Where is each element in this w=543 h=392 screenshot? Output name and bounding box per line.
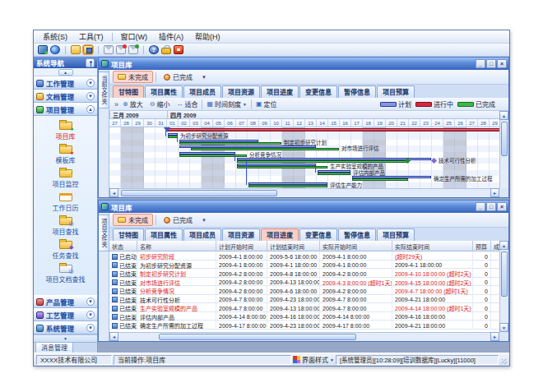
maximize-icon[interactable]: □ — [486, 59, 496, 68]
menu-item-4[interactable]: 帮助(H) — [189, 30, 226, 43]
mail-send-icon[interactable] — [128, 45, 138, 54]
help-icon[interactable] — [149, 45, 159, 54]
gantt-tab-4[interactable]: 项目进度 — [261, 85, 299, 98]
tools-overflow-icon[interactable]: » — [114, 100, 118, 108]
table-tab-1[interactable]: 项目属性 — [145, 228, 183, 241]
message-manage-tab[interactable]: 消息管理 — [34, 342, 97, 353]
resize-grip[interactable] — [500, 356, 507, 364]
actual-bar[interactable] — [191, 148, 339, 150]
sidebar-group-3[interactable]: 产品管理▼ — [34, 295, 97, 308]
sidebar-item-1[interactable]: 模板库 — [34, 143, 97, 164]
gantt-vscrollbar[interactable]: ▲▼ — [499, 111, 508, 197]
hscroll-thumb[interactable] — [159, 334, 356, 340]
sidebar-item-5[interactable]: 任务查找 — [34, 238, 97, 260]
project-folder-tab[interactable]: 项目文件夹 — [99, 214, 109, 251]
sidebar-item-0[interactable]: 项目库 — [34, 119, 97, 141]
table-tab-2[interactable]: 项目成员 — [183, 228, 221, 241]
table-row[interactable]: 已结束为初步研究分配资源2009-4-1 8:00:002009-4-1 18:… — [109, 261, 499, 270]
gantt-hscrollbar[interactable]: ◄► — [109, 188, 499, 197]
menu-item-1[interactable]: 工具(T) — [73, 30, 109, 43]
table-filter-1[interactable]: 已完成 — [159, 214, 197, 226]
sidebar-group-0[interactable]: 工作管理▼ — [34, 76, 97, 90]
table-row[interactable]: 已结束技术可行性分析2009-4-7 8:00:002009-4-23 18:0… — [109, 295, 499, 304]
gantt-filter-0[interactable]: 未完成 — [113, 71, 153, 83]
actual-bar[interactable] — [237, 166, 327, 168]
folder-save-icon[interactable] — [83, 45, 93, 54]
table-row[interactable]: 已启动初步研究阶段2009-4-1 8:00:002009-5-6 18:00:… — [109, 251, 499, 261]
globe-icon[interactable] — [50, 45, 60, 54]
sidebar-group-4[interactable]: 工艺管理▼ — [34, 308, 97, 321]
mail-recv-icon[interactable] — [116, 45, 126, 54]
column-header-3[interactable]: 计划结束时间 — [267, 241, 320, 251]
maximize-icon[interactable]: □ — [486, 202, 496, 211]
menu-item-3[interactable]: 插件(A) — [153, 30, 189, 43]
actual-bar[interactable] — [248, 185, 327, 187]
current-folder-tab[interactable]: 当前文件夹 — [99, 71, 109, 108]
computer-icon[interactable] — [38, 45, 48, 54]
ui-style-label[interactable]: 界面样式 — [302, 355, 328, 364]
gantt-tab-5[interactable]: 变更信息 — [299, 85, 337, 98]
scroll-up-icon[interactable]: ▲ — [499, 111, 508, 120]
chevron-icon[interactable]: ▼ — [86, 297, 95, 306]
table-row[interactable]: 已结束生产实验室规模的产品2009-4-7 8:00:002009-4-13 1… — [109, 303, 499, 312]
close-icon[interactable]: × — [497, 202, 507, 211]
table-window-titlebar[interactable]: 项目库 _ □ × — [99, 201, 508, 213]
table-row[interactable]: 已结束对市场进行评估2009-4-2 8:00:002009-4-13 18:0… — [109, 278, 499, 287]
table-tab-6[interactable]: 暂停信息 — [338, 228, 376, 241]
table-row[interactable]: 已结束评估内部产品2009-4-14 8:00:002009-4-16 18:0… — [109, 312, 499, 321]
actual-bar[interactable] — [237, 160, 408, 163]
sidebar-item-2[interactable]: 项目监控 — [34, 167, 97, 188]
table-tab-4[interactable]: 项目进度 — [261, 228, 299, 241]
scroll-left-icon[interactable]: ◄ — [109, 332, 118, 341]
gantt-tab-0[interactable]: 甘特图 — [113, 85, 144, 98]
gantt-tab-6[interactable]: 暂停信息 — [338, 85, 376, 98]
close-icon[interactable]: × — [497, 59, 507, 68]
lock-icon[interactable] — [161, 48, 171, 54]
filter-overflow-icon[interactable]: ▼ — [202, 218, 207, 223]
actual-bar[interactable] — [352, 178, 408, 181]
table-tab-7[interactable]: 项目预算 — [377, 228, 415, 241]
table-hscrollbar[interactable]: ◄► — [109, 332, 499, 341]
pin-icon[interactable] — [86, 58, 95, 67]
gantt-window-titlebar[interactable]: 项目库 _ □ × — [99, 58, 508, 70]
chevron-icon[interactable]: ▼ — [86, 92, 95, 100]
sidebar-item-3[interactable]: 工作日历 — [34, 191, 97, 212]
tool-3[interactable]: ▦时间刻度▼ — [204, 99, 249, 108]
chevron-icon[interactable]: ▼ — [86, 311, 95, 319]
gantt-tab-2[interactable]: 项目成员 — [183, 85, 221, 98]
column-header-0[interactable]: 状态 — [109, 241, 137, 251]
sidebar-group-2[interactable]: 项目管理▲ — [34, 103, 97, 116]
actual-bar[interactable] — [179, 142, 281, 145]
style-grid-icon[interactable] — [293, 356, 300, 363]
gantt-tab-7[interactable]: 项目预算 — [377, 85, 415, 98]
mail-icon[interactable] — [104, 45, 114, 54]
table-row[interactable]: 已结束制定初步研究计划2009-4-2 8:00:002009-4-8 18:0… — [109, 269, 499, 278]
sidebar-group-1[interactable]: 文档管理▼ — [34, 90, 97, 103]
summary-bar[interactable] — [167, 128, 501, 131]
tool-1[interactable]: ⊖缩小 — [147, 99, 173, 108]
table-filter-0[interactable]: 未完成 — [113, 214, 153, 226]
table-vscrollbar[interactable]: ▲▼ — [499, 241, 508, 332]
exit-icon[interactable] — [174, 45, 183, 54]
style-dropdown-icon[interactable]: ▼ — [330, 357, 334, 362]
column-header-4[interactable]: 实际开始时间 — [320, 241, 392, 251]
chevron-icon[interactable]: ▼ — [86, 79, 95, 87]
actual-bar[interactable] — [179, 154, 247, 157]
scroll-left-icon[interactable]: ◄ — [109, 188, 118, 197]
vscroll-thumb[interactable] — [501, 122, 508, 156]
table-tab-3[interactable]: 项目资源 — [222, 228, 260, 241]
dropdown-icon[interactable]: ▼ — [243, 102, 247, 107]
menu-item-2[interactable]: 窗口(W) — [115, 30, 154, 43]
filter-overflow-icon[interactable]: ▼ — [202, 75, 207, 80]
minimize-icon[interactable]: _ — [476, 202, 485, 211]
chevron-icon[interactable]: ▲ — [86, 105, 95, 113]
tool-4[interactable]: ▣定位 — [253, 99, 280, 108]
vscroll-thumb[interactable] — [501, 251, 508, 297]
column-header-1[interactable]: 名称 — [137, 241, 216, 251]
tool-0[interactable]: ⊕放大 — [120, 99, 146, 108]
hscroll-thumb[interactable] — [121, 190, 277, 196]
sidebar-item-4[interactable]: 项目查找 — [34, 214, 97, 236]
tool-2[interactable]: ↔适合 — [174, 99, 200, 108]
sidebar-item-6[interactable]: 项目文档查找 — [34, 262, 97, 284]
gantt-tab-3[interactable]: 项目资源 — [222, 85, 260, 98]
